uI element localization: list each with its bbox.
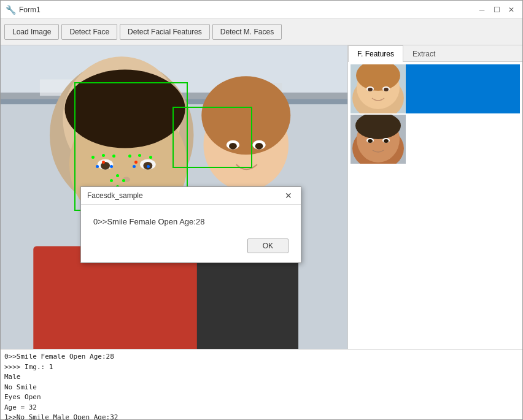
svg-point-31 xyxy=(384,88,389,91)
svg-point-15 xyxy=(122,177,130,182)
panel-tabs: F. Features Extract xyxy=(348,45,522,62)
face-thumb-image-2 xyxy=(351,115,406,164)
svg-point-21 xyxy=(229,143,237,150)
dialog-body: 0>>Smile Female Open Age:28 OK xyxy=(81,205,301,262)
log-line-7: 1>>No Smile Male Open Age:32 xyxy=(4,413,519,419)
svg-text:8: 8 xyxy=(109,342,131,349)
dialog: Facesdk_sample ✕ 0>>Smile Female Open Ag… xyxy=(80,186,301,263)
svg-point-13 xyxy=(101,162,110,170)
svg-point-39 xyxy=(384,139,389,143)
svg-point-14 xyxy=(143,162,152,170)
toolbar: Load Image Detect Face Detect Facial Fea… xyxy=(1,19,522,45)
title-bar-left: 🔧 Form1 xyxy=(6,5,41,15)
window-title: Form1 xyxy=(19,6,41,14)
svg-point-22 xyxy=(255,143,263,150)
detect-face-button[interactable]: Detect Face xyxy=(61,24,117,40)
face-thumbnail-2[interactable] xyxy=(351,115,520,164)
dialog-message: 0>>Smile Female Open Age:28 xyxy=(93,217,289,226)
panel-content xyxy=(348,62,522,349)
main-window: 🔧 Form1 ─ ☐ ✕ Load Image Detect Face Det… xyxy=(0,0,523,420)
right-panel: F. Features Extract xyxy=(347,45,522,349)
face-image-container: 8 xyxy=(1,45,347,349)
face-thumbnail-1[interactable] xyxy=(351,64,520,113)
log-line-5: Eyes Open xyxy=(4,392,519,403)
face-thumb-image-1 xyxy=(351,64,406,113)
svg-point-30 xyxy=(368,88,373,91)
minimize-button[interactable]: ─ xyxy=(476,4,488,16)
thumb-svg-1 xyxy=(351,64,406,113)
svg-point-17 xyxy=(201,76,290,155)
log-line-3: Male xyxy=(4,372,519,383)
log-line-6: Age = 32 xyxy=(4,403,519,413)
dialog-title: Facesdk_sample xyxy=(87,191,143,200)
maximize-button[interactable]: ☐ xyxy=(490,4,503,16)
tab-extract[interactable]: Extract xyxy=(403,45,444,62)
log-area: 0>>Smile Female Open Age:28 >>>> Img.: 1… xyxy=(1,349,522,419)
detect-m-faces-button[interactable]: Detect M. Faces xyxy=(212,24,282,40)
app-icon: 🔧 xyxy=(6,5,15,15)
window-controls: ─ ☐ ✕ xyxy=(476,4,517,16)
svg-point-38 xyxy=(368,139,373,143)
load-image-button[interactable]: Load Image xyxy=(4,24,59,40)
image-area: 8 xyxy=(1,45,347,349)
face-thumb-selected-1 xyxy=(406,64,520,113)
dialog-title-bar: Facesdk_sample ✕ xyxy=(81,187,301,205)
dialog-ok-button[interactable]: OK xyxy=(247,239,289,253)
tab-f-features[interactable]: F. Features xyxy=(348,45,403,62)
log-line-1: 0>>Smile Female Open Age:28 xyxy=(4,352,519,362)
detect-facial-features-button[interactable]: Detect Facial Features xyxy=(120,24,210,40)
main-content: 8 xyxy=(1,45,522,349)
title-bar: 🔧 Form1 ─ ☐ ✕ xyxy=(1,1,522,19)
log-line-2: >>>> Img.: 1 xyxy=(4,362,519,373)
log-line-4: No Smile xyxy=(4,383,519,393)
dialog-close-button[interactable]: ✕ xyxy=(282,191,295,200)
close-button[interactable]: ✕ xyxy=(505,4,517,16)
thumb-svg-2 xyxy=(351,115,406,164)
svg-point-10 xyxy=(64,70,185,148)
dialog-buttons: OK xyxy=(93,239,289,253)
